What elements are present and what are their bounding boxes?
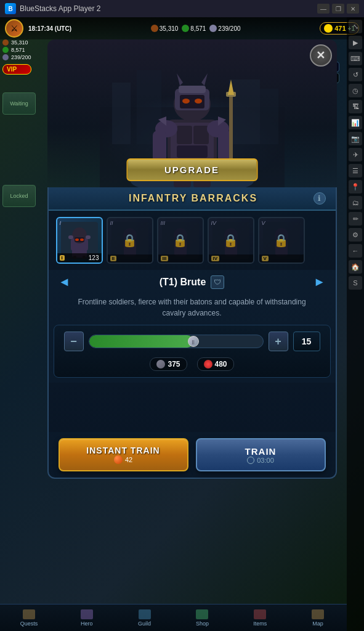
menu-button[interactable]: ☰ bbox=[349, 164, 362, 177]
edit-button[interactable]: ✏ bbox=[349, 212, 362, 226]
slider-thumb[interactable]: || bbox=[188, 336, 199, 347]
lock-icon-t2: 🔒 bbox=[122, 233, 137, 248]
unit-info-section: ◄ (T1) Brute 🛡 ► bbox=[49, 270, 336, 294]
food-value: 35,310 bbox=[160, 25, 179, 32]
waiting-button[interactable]: Waiting bbox=[2, 92, 36, 115]
gold-icon bbox=[324, 24, 333, 33]
unit-tier-t3: III bbox=[161, 220, 166, 226]
svg-rect-4 bbox=[260, 89, 278, 144]
prev-unit-button[interactable]: ◄ bbox=[59, 275, 71, 289]
food-cost-value: 375 bbox=[168, 360, 180, 368]
game-hud: ⚔ 18:17:34 (UTC) 35,310 8,571 239/200 47… bbox=[0, 17, 364, 39]
instant-train-button[interactable]: INSTANT TRAIN 42 bbox=[59, 438, 188, 471]
clock-icon bbox=[247, 457, 254, 464]
unit-card-t5[interactable]: V 🔒 V bbox=[258, 217, 305, 264]
guild-icon bbox=[139, 609, 151, 619]
svg-point-44 bbox=[80, 238, 84, 241]
stat-wood-icon bbox=[2, 47, 9, 53]
unit-card-t4[interactable]: IV 🔒 IV bbox=[208, 217, 254, 264]
empty-area bbox=[49, 383, 336, 432]
map-label: Map bbox=[312, 621, 323, 627]
home-button[interactable]: 🏠 bbox=[349, 260, 362, 274]
svg-rect-1 bbox=[112, 83, 131, 144]
quantity-display: 15 bbox=[293, 332, 320, 351]
nav-items[interactable]: Items bbox=[231, 609, 289, 627]
stats-button[interactable]: 📊 bbox=[349, 116, 362, 129]
location-button[interactable]: 📍 bbox=[349, 180, 362, 193]
nav-shop[interactable]: Shop bbox=[173, 609, 231, 627]
game-time: 18:17:34 (UTC) bbox=[28, 25, 71, 32]
lock-icon-t4: 🔒 bbox=[223, 233, 238, 248]
svg-point-43 bbox=[75, 238, 79, 241]
unit-card-t2[interactable]: II 🔒 II bbox=[107, 217, 153, 264]
layers-button[interactable]: 🗂 bbox=[349, 196, 362, 210]
unit-tier-t2: II bbox=[110, 220, 113, 226]
unit-cards-row: I bbox=[49, 211, 336, 270]
items-label: Items bbox=[253, 621, 267, 627]
cost-row: 375 480 bbox=[64, 357, 320, 371]
close-window-button[interactable]: ✕ bbox=[347, 4, 359, 14]
hp-cost-item: 480 bbox=[197, 357, 234, 371]
selected-unit-name: (T1) Brute bbox=[160, 277, 206, 288]
nav-quests[interactable]: Quests bbox=[0, 609, 58, 627]
bottom-nav: Quests Hero Guild Shop Items Map bbox=[0, 604, 347, 631]
training-controls: − || + 15 375 bbox=[54, 325, 331, 378]
wood-icon bbox=[182, 25, 189, 32]
upgrade-button[interactable]: UPGRADE bbox=[126, 158, 257, 181]
info-button[interactable]: ℹ bbox=[313, 192, 326, 205]
unit-card-t2-badge: II bbox=[108, 254, 152, 263]
increase-button[interactable]: + bbox=[269, 332, 288, 351]
hero-label: Hero bbox=[81, 621, 93, 627]
rotate-button[interactable]: ↺ bbox=[349, 68, 362, 81]
unit-name-area: (T1) Brute 🛡 bbox=[75, 275, 308, 289]
nav-map[interactable]: Map bbox=[289, 609, 347, 627]
quantity-slider[interactable]: || bbox=[89, 335, 264, 348]
unit-card-t1[interactable]: I bbox=[56, 217, 103, 264]
hero-icon bbox=[81, 609, 93, 619]
play-button[interactable]: ▶ bbox=[349, 36, 362, 49]
unit-card-t3-badge: III bbox=[158, 254, 203, 263]
locked-button[interactable]: Locked bbox=[2, 185, 36, 207]
gem-icon bbox=[114, 455, 123, 464]
minimize-button[interactable]: — bbox=[317, 4, 330, 14]
vip-badge[interactable]: VIP bbox=[2, 64, 31, 75]
flight-button[interactable]: ✈ bbox=[349, 148, 362, 161]
maximize-button[interactable]: ❐ bbox=[332, 4, 344, 14]
unit-card-t3[interactable]: III 🔒 III bbox=[157, 217, 204, 264]
settings-button[interactable]: ⚙ bbox=[349, 228, 362, 242]
wood-value: 8,571 bbox=[190, 25, 206, 32]
window-controls[interactable]: — ❐ ✕ bbox=[317, 4, 359, 14]
next-unit-button[interactable]: ► bbox=[313, 275, 326, 289]
train-time-row: 03:00 bbox=[247, 457, 274, 464]
train-label: TRAIN bbox=[245, 446, 277, 457]
train-button[interactable]: TRAIN 03:00 bbox=[196, 438, 326, 471]
build-button[interactable]: 🏗 bbox=[349, 100, 362, 113]
right-sidebar: ⤡ ▶ ⌨ ↺ ◷ 🏗 📊 📷 ✈ ☰ 📍 🗂 ✏ ⚙ ← 🏠 S bbox=[347, 17, 364, 631]
player-avatar[interactable]: ⚔ bbox=[5, 19, 23, 38]
fullscreen-button[interactable]: ⤡ bbox=[349, 20, 362, 33]
close-button[interactable]: ✕ bbox=[310, 44, 332, 67]
back-button[interactable]: ← bbox=[349, 244, 362, 258]
stat-row-wood: 8,571 bbox=[2, 47, 31, 53]
hp-cost-value: 480 bbox=[215, 360, 227, 368]
svg-rect-41 bbox=[86, 235, 91, 239]
timer-button[interactable]: ◷ bbox=[349, 84, 362, 97]
camera-button[interactable]: 📷 bbox=[349, 132, 362, 145]
s-button[interactable]: S bbox=[349, 276, 362, 290]
barracks-modal: UPGRADE ✕ INFANTRY BARRACKS ℹ I bbox=[37, 39, 347, 604]
left-game-ui: Waiting Locked bbox=[2, 92, 36, 210]
shop-icon bbox=[196, 609, 208, 619]
svg-rect-9 bbox=[193, 126, 209, 144]
svg-rect-10 bbox=[177, 145, 208, 158]
items-icon bbox=[254, 609, 266, 619]
stone-resource: 239/200 bbox=[209, 25, 240, 32]
decrease-button[interactable]: − bbox=[64, 332, 84, 351]
character-portrait: UPGRADE ✕ bbox=[47, 39, 337, 187]
unit-shield-icon[interactable]: 🛡 bbox=[211, 275, 224, 289]
nav-guild[interactable]: Guild bbox=[116, 609, 174, 627]
nav-hero[interactable]: Hero bbox=[58, 609, 116, 627]
keyboard-button[interactable]: ⌨ bbox=[349, 52, 362, 65]
svg-marker-26 bbox=[177, 73, 183, 86]
instant-train-cost-row: 42 bbox=[114, 455, 132, 464]
food-cost-item: 375 bbox=[150, 357, 187, 371]
